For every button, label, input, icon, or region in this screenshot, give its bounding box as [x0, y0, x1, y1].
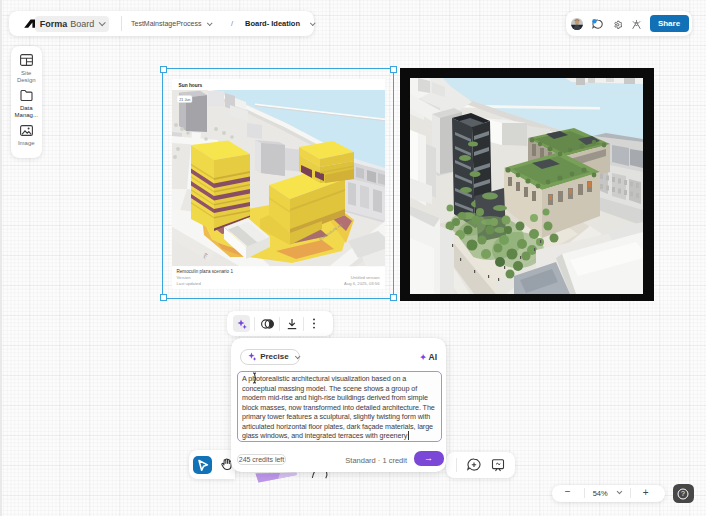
svg-text:Last updated: Last updated [177, 281, 202, 286]
svg-text:Sun hours: Sun hours [179, 83, 203, 88]
svg-text:Remoculin plaza scenario 1: Remoculin plaza scenario 1 [177, 269, 234, 274]
svg-text:?: ? [681, 490, 685, 497]
svg-text:Untitled version: Untitled version [351, 275, 381, 280]
svg-text:Aug 6, 2025, 03:56: Aug 6, 2025, 03:56 [344, 281, 380, 286]
svg-text:21 Jun: 21 Jun [179, 98, 190, 102]
svg-text:Version: Version [177, 275, 192, 280]
